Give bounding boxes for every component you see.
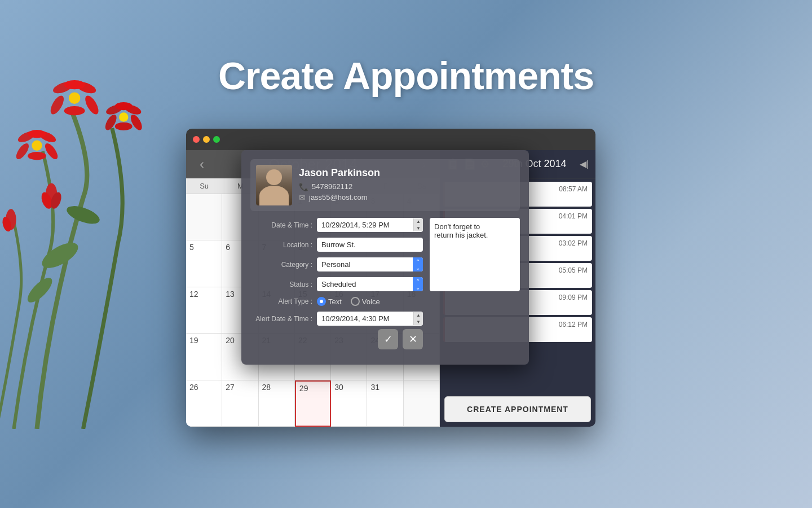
contact-info: Jason Parkinson 📞 5478962112 ✉ jass55@ho… (299, 167, 514, 204)
calendar-cell[interactable]: 31 (367, 380, 403, 427)
alert-voice-option[interactable]: Voice (351, 297, 380, 306)
form-left: Date & Time : 10/29/2014, 5:29 PM ▲ ▼ Lo… (250, 218, 423, 356)
category-label: Category : (250, 261, 312, 269)
datetime-up[interactable]: ▲ (414, 218, 423, 225)
calendar-cell[interactable]: 27 (222, 380, 258, 427)
location-input[interactable] (317, 238, 423, 252)
datetime-down[interactable]: ▼ (414, 225, 423, 232)
appointment-modal: Jason Parkinson 📞 5478962112 ✉ jass55@ho… (241, 150, 529, 365)
calendar-cell[interactable] (186, 194, 222, 240)
calendar-cell[interactable] (404, 380, 440, 427)
location-row: Location : (250, 238, 423, 252)
collapse-icon[interactable]: ◀| (580, 159, 589, 169)
notes-textarea[interactable]: Don't forget to return his jacket. (430, 218, 520, 291)
maximize-button[interactable] (213, 136, 220, 143)
status-row: Status : Scheduled Completed Cancelled ⌃… (250, 277, 423, 291)
status-select-wrapper: Scheduled Completed Cancelled ⌃⌄ (317, 277, 423, 291)
calendar-cell-selected[interactable]: 29 (295, 380, 331, 427)
alert-text-label: Text (328, 297, 342, 306)
calendar-cell[interactable]: 26 (186, 380, 222, 427)
alert-datetime-stepper[interactable]: ▲ ▼ (413, 312, 423, 325)
datetime-value: 10/29/2014, 5:29 PM (317, 218, 413, 232)
datetime-row: Date & Time : 10/29/2014, 5:29 PM ▲ ▼ (250, 218, 423, 232)
close-button[interactable] (193, 136, 200, 143)
status-label: Status : (250, 281, 312, 288)
confirm-button[interactable]: ✓ (378, 329, 398, 349)
alert-type-options: Text Voice (317, 297, 380, 306)
contact-section: Jason Parkinson 📞 5478962112 ✉ jass55@ho… (250, 159, 520, 211)
datetime-stepper[interactable]: ▲ ▼ (413, 218, 423, 231)
calendar-cell[interactable]: 19 (186, 334, 222, 380)
contact-avatar (256, 165, 292, 205)
contact-phone: 5478962112 (312, 182, 352, 191)
alert-datetime-value: 10/29/2014, 4:30 PM (317, 312, 413, 326)
page-title: Create Appointments (0, 54, 812, 98)
alert-datetime-down[interactable]: ▼ (414, 319, 423, 326)
title-bar (186, 129, 595, 150)
datetime-input[interactable]: 10/29/2014, 5:29 PM ▲ ▼ (317, 218, 423, 232)
alert-text-option[interactable]: Text (317, 297, 342, 306)
day-header-su: Su (186, 178, 222, 194)
cancel-button[interactable]: ✕ (403, 329, 423, 349)
contact-email-row: ✉ jass55@host.com (299, 193, 514, 202)
status-select[interactable]: Scheduled Completed Cancelled (317, 277, 423, 291)
contact-name: Jason Parkinson (299, 167, 514, 179)
alert-type-row: Alert Type : Text Voice (250, 297, 423, 306)
form-right: Don't forget to return his jacket. (430, 218, 520, 356)
email-icon: ✉ (299, 193, 306, 202)
calendar-cell[interactable]: 28 (259, 380, 295, 427)
traffic-lights (193, 136, 220, 143)
category-row: Category : Personal Work Family Other ⌃⌄ (250, 257, 423, 271)
calendar-cell[interactable]: 12 (186, 287, 222, 334)
form-section: Date & Time : 10/29/2014, 5:29 PM ▲ ▼ Lo… (250, 218, 520, 356)
alert-datetime-label: Alert Date & Time : (250, 315, 312, 323)
alert-datetime-row: Alert Date & Time : 10/29/2014, 4:30 PM … (250, 312, 423, 326)
alert-text-radio[interactable] (317, 297, 326, 306)
minimize-button[interactable] (203, 136, 210, 143)
alert-datetime-input[interactable]: 10/29/2014, 4:30 PM ▲ ▼ (317, 312, 423, 326)
datetime-label: Date & Time : (250, 221, 312, 229)
alert-datetime-up[interactable]: ▲ (414, 312, 423, 319)
create-appointment-button[interactable]: CREATE APPOINTMENT (444, 396, 591, 422)
calendar-prev-arrow[interactable]: ‹ (195, 154, 209, 174)
alert-type-label: Alert Type : (250, 297, 312, 305)
category-select[interactable]: Personal Work Family Other (317, 257, 423, 271)
calendar-cell[interactable]: 5 (186, 240, 222, 287)
alert-voice-radio[interactable] (351, 297, 360, 306)
avatar-image (256, 165, 292, 205)
alert-voice-label: Voice (362, 297, 380, 306)
contact-email: jass55@host.com (309, 193, 368, 202)
contact-phone-row: 📞 5478962112 (299, 182, 514, 191)
category-select-wrapper: Personal Work Family Other ⌃⌄ (317, 257, 423, 271)
modal-actions: ✓ ✕ (250, 329, 423, 349)
calendar-cell[interactable]: 30 (331, 380, 367, 427)
location-label: Location : (250, 241, 312, 249)
phone-icon: 📞 (299, 182, 308, 191)
